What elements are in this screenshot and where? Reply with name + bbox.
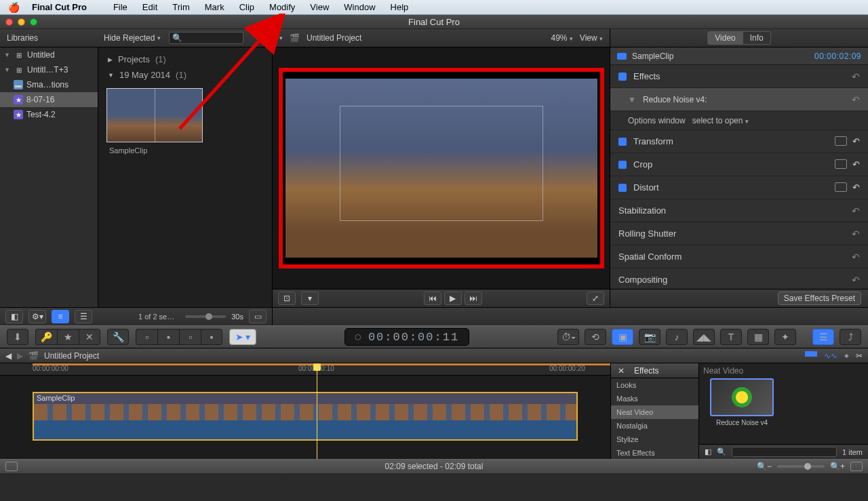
fx-tab-effects[interactable]: Effects: [634, 366, 658, 376]
clip-appearance[interactable]: ▭: [249, 310, 267, 323]
fx-search-input[interactable]: [732, 447, 837, 457]
fx-filmstrip-toggle[interactable]: ◧: [705, 447, 711, 456]
fx-category[interactable]: Looks: [611, 378, 698, 392]
overwrite-clip-button[interactable]: ▪: [201, 329, 222, 345]
inspector-toggle[interactable]: ☰: [812, 329, 834, 345]
transitions-browser-button[interactable]: ◢◣: [693, 329, 715, 345]
library-item[interactable]: ▼⊞Untitl…T+3: [0, 62, 98, 77]
timeline-fwd[interactable]: ▶: [17, 351, 23, 361]
reset-icon[interactable]: ↶: [852, 136, 860, 146]
browser-search[interactable]: 🔍: [169, 32, 243, 44]
distort-enable-checkbox[interactable]: [618, 184, 627, 192]
reset-icon[interactable]: ↶: [852, 275, 860, 285]
select-tool[interactable]: ➤ ▾: [229, 329, 256, 345]
viewer-canvas[interactable]: [285, 79, 597, 258]
menu-window[interactable]: Window: [336, 2, 382, 12]
play-button[interactable]: ▶: [444, 292, 462, 305]
music-browser-button[interactable]: ♪: [666, 329, 688, 345]
gear-menu[interactable]: ⚙▾: [28, 310, 46, 323]
reject-button[interactable]: ✕: [79, 329, 100, 345]
share-button[interactable]: ⤴: [840, 329, 861, 345]
fx-category[interactable]: Neat Video: [611, 405, 698, 419]
reset-icon[interactable]: ↶: [852, 252, 860, 262]
menu-mark[interactable]: Mark: [197, 2, 232, 12]
clip-appearance-button[interactable]: [850, 462, 863, 471]
menu-modify[interactable]: Modify: [262, 2, 302, 12]
retime-menu[interactable]: ⏱▾: [557, 329, 579, 345]
clip-thumbnail[interactable]: [106, 88, 203, 142]
transform-tool-icon[interactable]: [835, 136, 847, 146]
append-clip-button[interactable]: ▫: [179, 329, 201, 345]
projects-disclosure[interactable]: ▶Projects(1): [102, 52, 268, 67]
menu-help[interactable]: Help: [383, 2, 416, 12]
fx-subtab[interactable]: Neat Video: [703, 366, 864, 376]
distort-tool-icon[interactable]: [835, 182, 847, 192]
filmstrip-view[interactable]: ≡: [52, 310, 69, 323]
apple-menu-icon[interactable]: 🍎: [8, 2, 20, 13]
close-fx-browser[interactable]: ✕: [616, 366, 626, 376]
menu-view[interactable]: View: [302, 2, 336, 12]
fullscreen-button[interactable]: ⤢: [587, 292, 604, 305]
audio-waveform-icon[interactable]: ∿∿: [824, 351, 837, 361]
auto-enhance-button[interactable]: ⟲: [585, 329, 606, 345]
photos-browser-button[interactable]: 📷: [639, 329, 660, 345]
zoom-out-button[interactable]: 🔍−: [757, 462, 772, 471]
menu-trim[interactable]: Trim: [165, 2, 197, 12]
playhead[interactable]: [317, 363, 317, 459]
titles-browser-button[interactable]: T: [720, 329, 742, 345]
insert-clip-button[interactable]: ▪: [157, 329, 179, 345]
transform-dropdown[interactable]: ▾: [301, 292, 319, 305]
tab-video[interactable]: Video: [707, 31, 743, 45]
next-edit-button[interactable]: ⏭: [465, 292, 482, 305]
transform-enable-checkbox[interactable]: [618, 138, 627, 146]
date-disclosure[interactable]: ▼19 May 2014(1): [102, 67, 268, 83]
timeline[interactable]: 00:00:00:00 00:00:00:10 00:00:00:20 Samp…: [0, 363, 610, 459]
fx-category[interactable]: Masks: [611, 392, 698, 405]
snapping-toggle[interactable]: ⌖: [844, 351, 849, 361]
prev-edit-button[interactable]: ⏮: [424, 292, 441, 305]
library-item[interactable]: ▬Sma…tions: [0, 77, 98, 92]
zoom-level[interactable]: 49% ▾: [551, 33, 572, 43]
tab-info[interactable]: Info: [743, 31, 771, 45]
reset-icon[interactable]: ↶: [852, 71, 860, 82]
crop-tool-icon[interactable]: [835, 159, 847, 169]
clip-height-slider[interactable]: [185, 315, 226, 318]
reset-icon[interactable]: ↶: [852, 182, 860, 193]
fx-category[interactable]: Stylize: [611, 433, 698, 446]
crop-enable-checkbox[interactable]: [618, 161, 627, 169]
app-name[interactable]: Final Cut Pro: [32, 2, 87, 12]
reset-icon[interactable]: ↶: [852, 228, 860, 239]
zoom-slider[interactable]: [777, 465, 825, 468]
reset-icon[interactable]: ↶: [852, 205, 860, 216]
library-item[interactable]: ▼⊞Untitled: [0, 47, 98, 62]
crop-rect[interactable]: [340, 106, 543, 221]
enhance-button[interactable]: 🔧: [107, 329, 129, 345]
effect-item[interactable]: Reduce Noise v4: [710, 378, 774, 426]
import-button[interactable]: ⬇: [7, 329, 28, 345]
zoom-in-button[interactable]: 🔍+: [830, 462, 845, 471]
generators-browser-button[interactable]: ▦: [747, 329, 769, 345]
fx-category[interactable]: Text Effects: [611, 446, 698, 459]
library-item[interactable]: ★Test-4.2: [0, 107, 98, 122]
timeline-clip[interactable]: SampleClip: [33, 392, 578, 441]
timeline-ruler[interactable]: 00:00:00:00 00:00:00:10 00:00:00:20: [0, 363, 610, 376]
video-role-toggle[interactable]: [805, 351, 817, 357]
view-menu-dropdown[interactable]: View ▾: [580, 33, 603, 43]
hide-rejected-dropdown[interactable]: Hide Rejected▾: [98, 33, 166, 43]
menu-edit[interactable]: Edit: [135, 2, 165, 12]
timeline-back[interactable]: ◀: [5, 351, 12, 361]
reset-icon[interactable]: ↶: [852, 159, 860, 169]
clip-name[interactable]: SampleClip: [109, 146, 264, 155]
effects-browser-button[interactable]: ▣: [612, 329, 633, 345]
themes-browser-button[interactable]: ✦: [774, 329, 796, 345]
reset-icon[interactable]: ↶: [852, 94, 860, 105]
options-select[interactable]: select to open ▾: [692, 116, 749, 125]
library-item-selected[interactable]: ★8-07-16: [0, 92, 98, 107]
viewer-switch[interactable]: ▾: [279, 35, 283, 41]
menu-clip[interactable]: Clip: [232, 2, 262, 12]
keyword-button[interactable]: 🔑: [35, 329, 57, 345]
save-effects-preset-button[interactable]: Save Effects Preset: [778, 292, 861, 305]
effect-reduce-noise[interactable]: Reduce Noise v4:: [643, 95, 707, 104]
favorite-button[interactable]: ★: [57, 329, 79, 345]
effects-enable-checkbox[interactable]: [618, 73, 627, 81]
